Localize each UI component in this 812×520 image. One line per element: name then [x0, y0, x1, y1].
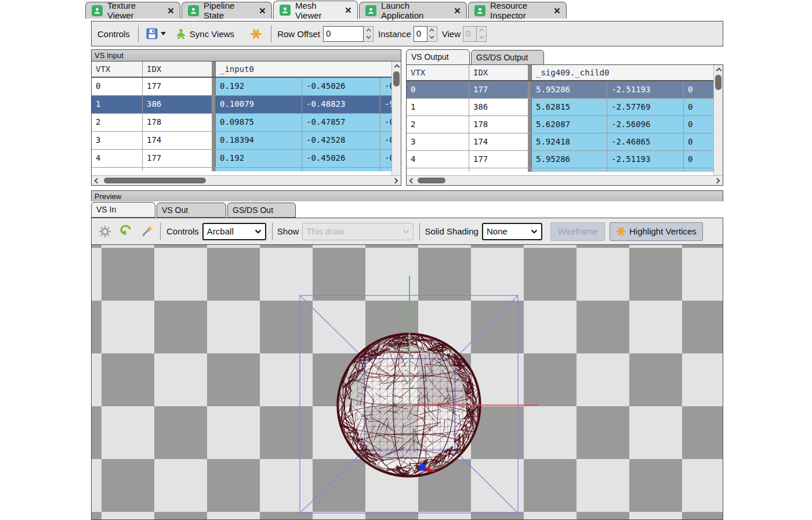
- table-cell[interactable]: 5.95286: [532, 151, 607, 168]
- table-row[interactable]: 01770.192-0.45026-0: [92, 78, 392, 96]
- tab-vs-in[interactable]: VS In: [91, 202, 155, 218]
- scroll-left-icon[interactable]: [407, 179, 416, 183]
- table-cell[interactable]: -0.45026: [302, 78, 380, 95]
- horizontal-scrollbar[interactable]: [92, 175, 401, 185]
- close-icon[interactable]: [454, 8, 461, 14]
- table-cell[interactable]: -0: [380, 114, 392, 131]
- sync-views-icon[interactable]: [175, 28, 187, 39]
- table-row[interactable]: 13860.10079-0.48823-9: [92, 96, 392, 114]
- horizontal-scrollbar[interactable]: [407, 175, 723, 185]
- table-row[interactable]: 01775.95286-2.511930: [407, 81, 713, 99]
- table-cell[interactable]: -2.51193: [607, 81, 684, 98]
- sync-views-label[interactable]: Sync Views: [190, 29, 234, 39]
- table-cell[interactable]: 0: [407, 81, 469, 98]
- column-header-idx[interactable]: IDX: [469, 65, 528, 80]
- close-icon[interactable]: [259, 8, 266, 14]
- table-cell[interactable]: -0.48823: [302, 96, 380, 113]
- vertical-scrollbar[interactable]: [713, 65, 723, 175]
- table-cell[interactable]: 4: [92, 150, 143, 167]
- scrollbar-thumb[interactable]: [418, 178, 445, 183]
- tab-gsds-output[interactable]: GS/DS Output: [471, 50, 544, 65]
- table-cell[interactable]: 1: [407, 99, 469, 115]
- table-cell[interactable]: -0.47857: [302, 114, 380, 131]
- table-cell[interactable]: 0: [684, 81, 713, 98]
- magic-wand-icon[interactable]: [140, 225, 153, 238]
- table-cell[interactable]: 0.18394: [216, 132, 302, 149]
- table-cell[interactable]: 386: [469, 99, 528, 115]
- table-cell[interactable]: 177: [143, 78, 212, 95]
- save-dropdown-arrow-icon[interactable]: [161, 32, 166, 35]
- table-cell[interactable]: 177: [143, 150, 212, 167]
- tab-resource-inspector[interactable]: Resource Inspector: [468, 2, 567, 19]
- tab-texture-viewer[interactable]: Texture Viewer: [85, 2, 180, 19]
- close-icon[interactable]: [345, 7, 351, 13]
- highlight-vertices-button[interactable]: Highlight Vertices: [610, 222, 703, 241]
- table-cell[interactable]: -2.57769: [607, 99, 684, 115]
- table-cell[interactable]: -0: [380, 132, 392, 149]
- table-row[interactable]: 13865.62815-2.577690: [407, 99, 713, 116]
- tab-vs-out[interactable]: VS Out: [157, 203, 226, 218]
- column-header-vtx[interactable]: VTX: [407, 65, 469, 80]
- row-offset-input[interactable]: 0: [323, 26, 364, 42]
- reset-camera-icon[interactable]: [119, 225, 132, 238]
- column-header-vtx[interactable]: VTX: [92, 62, 143, 77]
- spin-up-icon[interactable]: [427, 27, 437, 34]
- close-icon[interactable]: [554, 8, 560, 14]
- table-cell[interactable]: -0: [380, 150, 392, 167]
- table-cell[interactable]: 3: [407, 133, 469, 150]
- table-cell[interactable]: 2: [407, 116, 469, 133]
- scrollbar-thumb[interactable]: [104, 178, 206, 183]
- table-cell[interactable]: -0: [380, 78, 392, 95]
- table-cell[interactable]: -9: [380, 96, 392, 113]
- table-cell[interactable]: 0: [92, 78, 143, 95]
- scrollbar-thumb[interactable]: [393, 71, 400, 86]
- table-row[interactable]: 21780.09875-0.47857-0: [92, 114, 392, 132]
- table-row[interactable]: 41775.95286-2.511930: [407, 151, 713, 168]
- scroll-right-icon[interactable]: [713, 179, 723, 183]
- table-cell[interactable]: 5.62815: [532, 99, 607, 115]
- close-icon[interactable]: [168, 8, 174, 14]
- table-cell[interactable]: 0.10079: [216, 96, 302, 113]
- table-cell[interactable]: 0: [684, 133, 713, 150]
- table-cell[interactable]: 177: [469, 81, 528, 98]
- table-cell[interactable]: 0.192: [216, 150, 302, 167]
- scroll-up-icon[interactable]: [392, 62, 401, 71]
- table-cell[interactable]: 4: [407, 151, 469, 168]
- table-cell[interactable]: 5.95286: [532, 81, 607, 98]
- tab-launch-application[interactable]: Launch Application: [359, 2, 467, 19]
- asterisk-icon[interactable]: [251, 28, 262, 39]
- table-cell[interactable]: 3: [92, 132, 143, 149]
- vertical-scrollbar[interactable]: [392, 62, 401, 175]
- scroll-right-icon[interactable]: [392, 179, 401, 183]
- table-cell[interactable]: 174: [469, 133, 528, 150]
- spin-up-icon[interactable]: [364, 27, 373, 34]
- solid-shading-select[interactable]: None: [482, 223, 542, 240]
- table-cell[interactable]: 386: [143, 96, 212, 113]
- spin-down-icon[interactable]: [364, 34, 373, 41]
- table-cell[interactable]: 177: [469, 151, 528, 168]
- table-cell[interactable]: 2: [92, 114, 143, 131]
- table-cell[interactable]: -0.42528: [302, 132, 380, 149]
- table-cell[interactable]: 0: [684, 116, 713, 133]
- table-cell[interactable]: 1: [92, 96, 143, 113]
- tab-pipeline-state[interactable]: Pipeline State: [182, 2, 272, 19]
- table-row[interactable]: 31745.92418-2.468650: [407, 133, 713, 151]
- scroll-up-icon[interactable]: [714, 65, 723, 74]
- table-cell[interactable]: 178: [143, 114, 212, 131]
- scroll-left-icon[interactable]: [92, 179, 101, 183]
- instance-input[interactable]: 0: [414, 26, 427, 42]
- camera-controls-select[interactable]: Arcball: [202, 223, 266, 240]
- table-cell[interactable]: 0.09875: [216, 114, 302, 131]
- table-cell[interactable]: -0.45026: [302, 150, 380, 167]
- table-cell[interactable]: 0.192: [216, 78, 302, 95]
- column-header-sig409[interactable]: _sig409._child0: [532, 65, 713, 80]
- column-header-input0[interactable]: _input0: [216, 62, 392, 77]
- table-cell[interactable]: 5.92418: [532, 133, 607, 150]
- scrollbar-thumb[interactable]: [715, 75, 722, 90]
- table-cell[interactable]: 0: [684, 99, 713, 115]
- tab-vs-output[interactable]: VS Output: [406, 49, 470, 65]
- table-cell[interactable]: 178: [469, 116, 528, 133]
- column-header-idx[interactable]: IDX: [143, 62, 212, 77]
- mesh-preview-viewport[interactable]: [92, 245, 723, 519]
- table-cell[interactable]: 5.62087: [532, 116, 607, 133]
